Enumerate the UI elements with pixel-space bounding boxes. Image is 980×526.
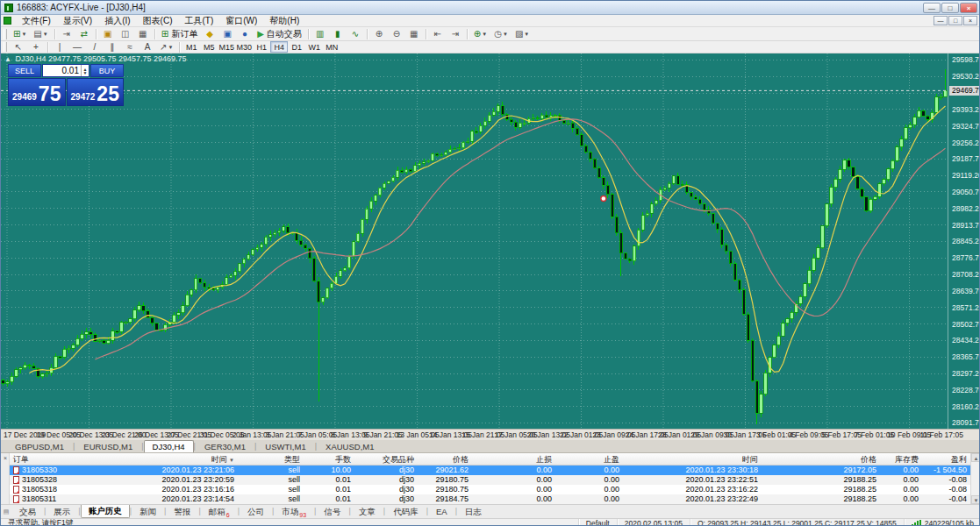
toolbar-grip[interactable] (4, 29, 7, 39)
period-M1[interactable]: M1 (182, 41, 200, 53)
column-header-11[interactable]: 盈利 (922, 453, 970, 465)
auto-scroll-button[interactable]: ⇄ (76, 28, 92, 40)
chart-tab-EURUSD-M1[interactable]: EURUSD,M1 (75, 440, 141, 452)
chart-area[interactable]: ▲ DJ30,H4 29477.75 29505.75 29457.75 294… (1, 53, 980, 429)
chevron-down-icon[interactable]: ▼ (482, 32, 487, 37)
terminal-tab-新闻[interactable]: 新闻 (132, 505, 164, 518)
menu-窗口W[interactable]: 窗口(W) (219, 16, 263, 25)
terminal-close-icon[interactable]: × (2, 455, 9, 462)
zoom-out-button[interactable]: ⊖ (389, 28, 404, 40)
trendline-button[interactable]: / (87, 41, 103, 53)
period-D1[interactable]: D1 (288, 41, 305, 53)
terminal-tab-EA[interactable]: EA (428, 505, 455, 518)
new-order-button[interactable]: ⊞新订单 (159, 28, 200, 40)
order-row[interactable]: 318053182020.01.23 23:16:16sell0.01dj302… (10, 485, 970, 494)
crosshair-button[interactable]: + (28, 41, 44, 53)
chevron-down-icon[interactable]: ▼ (524, 32, 529, 37)
menu-工具T[interactable]: 工具(T) (178, 16, 219, 25)
scroll-down-icon[interactable]: ▼ (971, 495, 980, 504)
column-header-3[interactable]: 手数 (304, 453, 354, 465)
one-click-toggle-icon[interactable]: ▲ (4, 55, 11, 63)
chart-tab-DJ30-H4[interactable]: DJ30,H4 (144, 440, 194, 452)
menu-图表C[interactable]: 图表(C) (137, 16, 179, 25)
volume-field[interactable]: 0.01 ▲▼ (42, 64, 89, 77)
arrange-right-button[interactable]: ⇥ (447, 28, 463, 40)
menu-帮助H[interactable]: 帮助(H) (263, 16, 305, 25)
horizontal-line-button[interactable]: — (69, 41, 85, 53)
buy-price-button[interactable]: 29472 25 (67, 78, 125, 106)
chevron-down-icon[interactable]: ▼ (21, 32, 26, 37)
scroll-up-icon[interactable]: ▲ (971, 453, 980, 462)
menu-文件F[interactable]: 文件(F) (16, 16, 57, 25)
period-M15[interactable]: M15 (218, 41, 235, 53)
column-header-0[interactable]: 订单 (10, 453, 111, 465)
line-chart-mode-button[interactable]: ∿ (347, 28, 363, 40)
profiles-button[interactable]: ▤▼ (31, 28, 50, 40)
order-row[interactable]: 318053112020.01.23 23:14:54sell0.01dj302… (10, 494, 970, 504)
period-MN[interactable]: MN (323, 41, 340, 53)
text-label-button[interactable]: A (139, 41, 155, 53)
menu-插入I[interactable]: 插入(I) (98, 16, 136, 25)
column-header-9[interactable]: 价格 (762, 453, 880, 465)
tile-windows-button[interactable]: ▦ (406, 28, 422, 40)
bar-chart-mode-button[interactable]: ▥ (312, 28, 328, 40)
charts-folder-button[interactable]: ▣ (100, 28, 116, 40)
period-M5[interactable]: M5 (200, 41, 218, 53)
terminal-tab-交易[interactable]: 交易 (11, 505, 44, 518)
terminal-tab-信号[interactable]: 信号 (316, 505, 348, 518)
terminal-tab-账户历史[interactable]: 账户历史 (81, 505, 130, 518)
column-header-8[interactable]: 时间 (623, 453, 762, 465)
cursor-button[interactable]: ↖ (11, 41, 26, 53)
column-header-5[interactable]: 价格 (418, 453, 472, 465)
expert-advisors-button[interactable]: ◆ (202, 28, 218, 40)
arrange-left-button[interactable]: ⇤ (430, 28, 446, 40)
restore-button[interactable]: □ (941, 3, 959, 13)
column-header-7[interactable]: 止盈 (555, 453, 623, 465)
terminal-tab-邮箱[interactable]: 邮箱6 (201, 505, 238, 518)
child-minimize-button[interactable]: — (934, 16, 948, 25)
sell-price-button[interactable]: 29469 75 (8, 78, 66, 106)
indicators-button[interactable]: ⊕▼ (471, 28, 490, 40)
dock-grip-icon[interactable]: ▤ (1, 505, 11, 518)
periods-list-button[interactable]: ◷▼ (491, 28, 511, 40)
terminal-tab-代码库[interactable]: 代码库 (385, 505, 426, 518)
equidistant-channel-button[interactable]: ∥ (104, 41, 120, 53)
terminal-scrollbar[interactable]: ▲ ▼ (970, 453, 980, 504)
sell-button[interactable]: SELL (8, 64, 41, 77)
menu-显示V[interactable]: 显示(V) (57, 16, 98, 25)
autotrading-button[interactable]: ▶自动交易 (254, 28, 304, 40)
child-close-button[interactable]: × (963, 16, 977, 25)
status-profile[interactable]: Default (579, 519, 618, 526)
column-header-1[interactable]: 时间▼ (111, 453, 238, 465)
fibonacci-retracement-button[interactable]: ≈ (122, 41, 138, 53)
volume-value[interactable]: 0.01 (43, 66, 81, 75)
buy-button[interactable]: BUY (90, 64, 124, 77)
terminal-tab-展示[interactable]: 展示 (46, 505, 78, 518)
terminal-grip[interactable]: × (1, 453, 10, 504)
terminal-tab-日志[interactable]: 日志 (457, 505, 490, 518)
period-M30[interactable]: M30 (235, 41, 253, 53)
terminal-tab-市场[interactable]: 市场93 (274, 505, 314, 518)
terminal-tab-警报[interactable]: 警报 (166, 505, 198, 518)
community-button[interactable]: ● (237, 28, 253, 40)
period-H1[interactable]: H1 (253, 41, 270, 53)
column-header-10[interactable]: 库存费 (880, 453, 922, 465)
chart-tab-GBPUSD-M1[interactable]: GBPUSD,M1 (6, 440, 73, 452)
chevron-down-icon[interactable]: ▼ (168, 45, 173, 50)
chart-tab-XAUUSD-M1[interactable]: XAUUSD,M1 (317, 440, 383, 452)
toolbar-grip[interactable] (4, 42, 7, 51)
column-header-2[interactable]: 类型 (238, 453, 304, 465)
chart-tab-GER30-M1[interactable]: GER30,M1 (196, 440, 254, 452)
vertical-line-button[interactable]: | (52, 41, 68, 53)
chart-shift-button[interactable]: ⇥ (59, 28, 75, 40)
chevron-down-icon[interactable]: ▼ (43, 32, 48, 37)
column-header-6[interactable]: 止损 (472, 453, 555, 465)
child-restore-button[interactable]: □ (948, 16, 962, 25)
data-window-button[interactable]: ▦ (135, 28, 151, 40)
candlestick-chart[interactable] (1, 53, 948, 429)
candlestick-mode-button[interactable]: ▮ (330, 28, 346, 40)
column-header-4[interactable]: 交易品种 (354, 453, 418, 465)
period-H4[interactable]: H4 (270, 41, 288, 53)
chart-window-icon[interactable] (4, 17, 11, 25)
minimize-button[interactable]: — (923, 3, 941, 13)
